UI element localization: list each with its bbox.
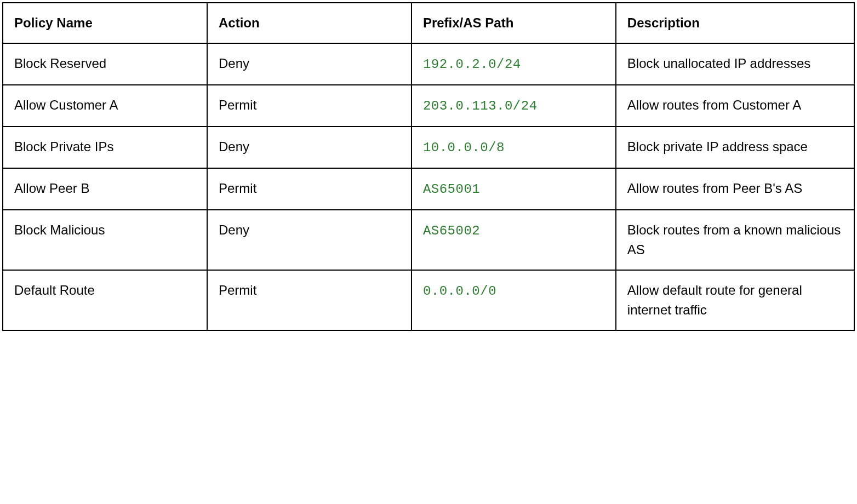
prefix-value: AS65002 [423, 224, 480, 238]
cell-policy-name: Block Private IPs [3, 127, 207, 168]
table-row: Allow Peer B Permit AS65001 Allow routes… [3, 168, 854, 210]
table-row: Default Route Permit 0.0.0.0/0 Allow def… [3, 270, 854, 330]
prefix-value: 0.0.0.0/0 [423, 284, 496, 299]
cell-description: Allow default route for general internet… [616, 270, 854, 330]
cell-policy-name: Block Reserved [3, 43, 207, 85]
cell-description: Block unallocated IP addresses [616, 43, 854, 85]
header-policy-name: Policy Name [3, 3, 207, 43]
prefix-value: 10.0.0.0/8 [423, 140, 505, 155]
cell-description: Block routes from a known malicious AS [616, 210, 854, 270]
table-header-row: Policy Name Action Prefix/AS Path Descri… [3, 3, 854, 43]
cell-policy-name: Allow Customer A [3, 85, 207, 127]
cell-description: Block private IP address space [616, 127, 854, 168]
header-action: Action [207, 3, 412, 43]
cell-prefix: 0.0.0.0/0 [412, 270, 616, 330]
cell-prefix: AS65001 [412, 168, 616, 210]
table-row: Block Private IPs Deny 10.0.0.0/8 Block … [3, 127, 854, 168]
cell-policy-name: Block Malicious [3, 210, 207, 270]
prefix-value: AS65001 [423, 182, 480, 197]
cell-action: Deny [207, 210, 412, 270]
prefix-value: 192.0.2.0/24 [423, 57, 521, 72]
cell-action: Permit [207, 85, 412, 127]
cell-prefix: 10.0.0.0/8 [412, 127, 616, 168]
cell-description: Allow routes from Customer A [616, 85, 854, 127]
table-row: Block Malicious Deny AS65002 Block route… [3, 210, 854, 270]
cell-action: Deny [207, 127, 412, 168]
cell-policy-name: Allow Peer B [3, 168, 207, 210]
cell-action: Permit [207, 168, 412, 210]
cell-prefix: 192.0.2.0/24 [412, 43, 616, 85]
cell-prefix: AS65002 [412, 210, 616, 270]
policy-table: Policy Name Action Prefix/AS Path Descri… [2, 2, 855, 331]
cell-description: Allow routes from Peer B's AS [616, 168, 854, 210]
table-row: Block Reserved Deny 192.0.2.0/24 Block u… [3, 43, 854, 85]
cell-action: Permit [207, 270, 412, 330]
cell-prefix: 203.0.113.0/24 [412, 85, 616, 127]
prefix-value: 203.0.113.0/24 [423, 99, 538, 113]
header-description: Description [616, 3, 854, 43]
header-prefix: Prefix/AS Path [412, 3, 616, 43]
cell-action: Deny [207, 43, 412, 85]
table-row: Allow Customer A Permit 203.0.113.0/24 A… [3, 85, 854, 127]
cell-policy-name: Default Route [3, 270, 207, 330]
